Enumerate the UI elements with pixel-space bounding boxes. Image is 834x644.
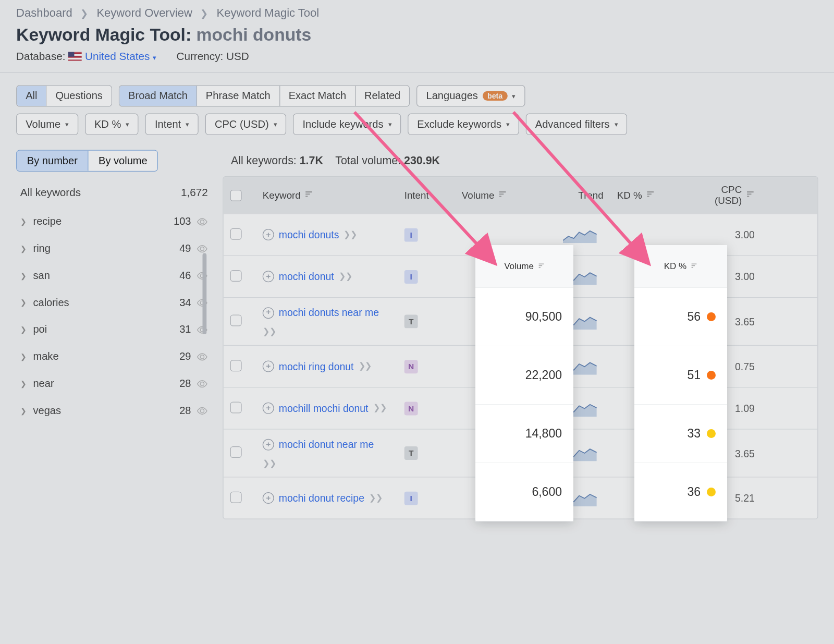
tab-by-number[interactable]: By number xyxy=(17,151,88,171)
keyword-link[interactable]: mochi ring donut xyxy=(279,358,354,374)
sort-icon xyxy=(538,261,545,272)
filter-cpc-usd-[interactable]: CPC (USD)▾ xyxy=(205,114,287,135)
chevron-down-icon: ▾ xyxy=(65,120,68,128)
volume-cell xyxy=(455,228,549,241)
intent-badge: I xyxy=(404,270,418,283)
keyword-link[interactable]: mochi donut near me xyxy=(279,436,374,453)
filter-include-keywords[interactable]: Include keywords▾ xyxy=(293,114,401,135)
database-selector[interactable]: Database: United States ▾ xyxy=(16,51,156,63)
group-vegas[interactable]: ❯vegas28 xyxy=(16,397,212,424)
kd-difficulty-dot xyxy=(707,488,716,496)
cpc-cell: 3.00 xyxy=(691,222,765,247)
sort-icon xyxy=(305,190,314,201)
col-volume[interactable]: Volume xyxy=(455,190,549,201)
breadcrumb: Dashboard ❯ Keyword Overview ❯ Keyword M… xyxy=(0,0,834,25)
eye-icon xyxy=(197,378,208,390)
languages-dropdown[interactable]: Languages beta ▾ xyxy=(416,85,525,106)
add-icon[interactable]: + xyxy=(263,271,274,282)
row-checkbox[interactable] xyxy=(230,492,242,503)
tab-by-volume[interactable]: By volume xyxy=(89,151,158,171)
group-ring[interactable]: ❯ring49 xyxy=(16,235,212,262)
intent-badge: N xyxy=(404,402,418,415)
col-intent[interactable]: Intent xyxy=(398,190,455,201)
breadcrumb-dashboard[interactable]: Dashboard xyxy=(16,7,72,20)
add-icon[interactable]: + xyxy=(263,493,274,504)
eye-icon xyxy=(197,351,208,362)
sort-icon xyxy=(691,261,697,272)
row-checkbox[interactable] xyxy=(230,228,242,239)
intent-badge: I xyxy=(404,492,418,505)
keyword-link[interactable]: mochi donut xyxy=(279,269,334,285)
beta-badge: beta xyxy=(483,91,507,101)
row-checkbox[interactable] xyxy=(230,402,242,413)
all-keywords-row[interactable]: All keywords1,672 xyxy=(16,184,212,208)
chevron-right-icon: ❯❯ xyxy=(373,402,387,415)
col-kd[interactable]: KD % xyxy=(610,190,691,201)
currency-label: Currency: USD xyxy=(176,51,249,63)
row-checkbox[interactable] xyxy=(230,360,242,371)
select-all-checkbox[interactable] xyxy=(230,189,242,201)
filter-kd-[interactable]: KD %▾ xyxy=(85,114,139,135)
kd-cell xyxy=(610,228,691,241)
row-checkbox[interactable] xyxy=(230,270,242,281)
chevron-right-icon: ❯ xyxy=(20,298,27,307)
chevron-right-icon: ❯ xyxy=(20,217,27,226)
filter-exclude-keywords[interactable]: Exclude keywords▾ xyxy=(408,114,519,135)
group-poi[interactable]: ❯poi31 xyxy=(16,316,212,343)
sort-icon xyxy=(746,190,755,201)
tab-broad-match[interactable]: Broad Match xyxy=(119,86,197,106)
chevron-right-icon: ❯ xyxy=(20,244,27,253)
chevron-right-icon: ❯❯ xyxy=(339,270,352,283)
chevron-down-icon: ▾ xyxy=(186,120,189,128)
kd-difficulty-dot xyxy=(707,429,716,438)
sidebar-scrollbar[interactable] xyxy=(203,253,207,334)
group-near[interactable]: ❯near28 xyxy=(16,370,212,397)
chevron-right-icon: ❯❯ xyxy=(369,492,383,505)
tab-phrase-match[interactable]: Phrase Match xyxy=(197,86,279,106)
tab-exact-match[interactable]: Exact Match xyxy=(279,86,355,106)
match-type-tabs: Broad Match Phrase Match Exact Match Rel… xyxy=(119,85,410,106)
row-checkbox[interactable] xyxy=(230,446,242,458)
side-sort-tabs: By number By volume xyxy=(16,150,158,171)
add-icon[interactable]: + xyxy=(263,439,274,450)
keyword-link[interactable]: mochi donut recipe xyxy=(279,490,364,506)
keyword-link[interactable]: mochi donuts near me xyxy=(279,305,379,321)
keyword-link[interactable]: mochi donuts xyxy=(279,226,339,242)
intent-badge: T xyxy=(404,315,418,329)
add-icon[interactable]: + xyxy=(263,229,274,240)
add-icon[interactable]: + xyxy=(263,403,274,414)
summary-stats: All keywords: 1.7K Total volume: 230.9K xyxy=(223,150,818,176)
col-cpc[interactable]: CPC (USD) xyxy=(691,185,765,206)
add-icon[interactable]: + xyxy=(263,307,274,319)
group-recipe[interactable]: ❯recipe103 xyxy=(16,208,212,235)
keyword-cell: +mochill mochi donut ❯❯ xyxy=(256,394,398,423)
volume-value: 90,500 xyxy=(475,288,573,346)
filter-advanced-filters[interactable]: Advanced filters▾ xyxy=(526,114,628,135)
chevron-down-icon: ▾ xyxy=(153,54,156,62)
chevron-right-icon: ❯ xyxy=(200,8,208,19)
breadcrumb-current[interactable]: Keyword Magic Tool xyxy=(217,7,320,20)
kd-value: 56 xyxy=(634,288,727,346)
filter-intent[interactable]: Intent▾ xyxy=(145,114,199,135)
col-trend[interactable]: Trend xyxy=(549,190,610,201)
breadcrumb-overview[interactable]: Keyword Overview xyxy=(96,7,192,20)
tab-all[interactable]: All xyxy=(17,86,46,106)
filter-volume[interactable]: Volume▾ xyxy=(16,114,78,135)
eye-icon xyxy=(197,405,208,416)
chevron-right-icon: ❯ xyxy=(20,271,27,280)
chevron-right-icon: ❯ xyxy=(20,352,27,361)
group-make[interactable]: ❯make29 xyxy=(16,343,212,370)
keyword-link[interactable]: mochill mochi donut xyxy=(279,400,369,417)
chevron-right-icon: ❯ xyxy=(20,325,27,334)
add-icon[interactable]: + xyxy=(263,361,274,372)
tab-related[interactable]: Related xyxy=(355,86,409,106)
sidebar: By number By volume All keywords1,672 ❯r… xyxy=(16,150,212,519)
chevron-down-icon: ▾ xyxy=(512,92,515,100)
group-calories[interactable]: ❯calories34 xyxy=(16,289,212,316)
row-checkbox[interactable] xyxy=(230,315,242,326)
chevron-right-icon: ❯ xyxy=(20,379,27,388)
group-san[interactable]: ❯san46 xyxy=(16,262,212,289)
col-keyword[interactable]: Keyword xyxy=(256,190,398,201)
tab-questions[interactable]: Questions xyxy=(47,86,112,106)
kd-difficulty-dot xyxy=(707,371,716,380)
